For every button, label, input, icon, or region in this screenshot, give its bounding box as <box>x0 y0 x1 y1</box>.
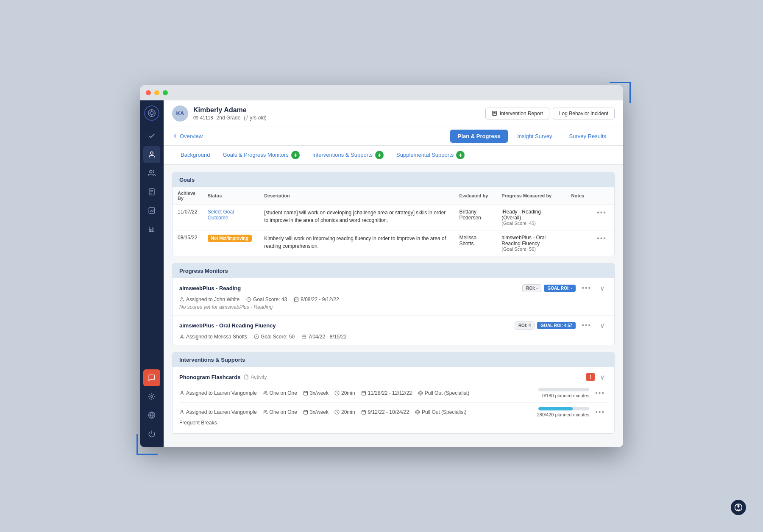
svg-point-1 <box>150 111 153 114</box>
tab-supplemental[interactable]: Supplemental Supports + <box>396 146 465 164</box>
sidebar-item-check[interactable] <box>143 127 160 144</box>
sidebar-item-student[interactable] <box>143 146 160 163</box>
col-status: Status <box>203 187 259 205</box>
pm-1-chevron[interactable]: ∨ <box>597 283 607 293</box>
plan-tabs: Plan & Progress Insight Survey Survey Re… <box>449 127 615 145</box>
pm-2-date-range: 7/04/22 - 8/15/22 <box>301 334 347 340</box>
age-label: (7 yrs old) <box>244 115 266 121</box>
intervention-sub-1-meta: Assigned to Lauren Vangomple One on One … <box>179 390 469 396</box>
pm-2-badges: ROI: 4 GOAL ROI: 4.57 <box>515 321 576 330</box>
avatar: KA <box>172 105 188 122</box>
pm-2-chevron[interactable]: ∨ <box>597 321 607 330</box>
pm-2-menu[interactable]: ••• <box>579 321 594 330</box>
goal-2-progress-meas: aimswebPlus - Oral Reading Fluency (Goal… <box>501 235 561 252</box>
student-meta: 41118 2nd Grade (7 yrs old) <box>193 115 485 121</box>
svg-point-6 <box>150 152 153 154</box>
pm-1-menu[interactable]: ••• <box>579 283 594 293</box>
goals-section: Goals AchieveBy Status Description Evalu… <box>172 172 615 256</box>
pm-2-roi-badge: ROI: 4 <box>515 321 535 330</box>
svg-rect-40 <box>302 335 306 339</box>
pm-1-badges: ROI: - GOAL ROI: - <box>522 284 576 292</box>
top-header: KA Kimberly Adame 41118 2nd Grade (7 yrs… <box>164 100 623 127</box>
student-name: Kimberly Adame <box>193 106 485 114</box>
sidebar-item-analytics[interactable] <box>143 221 160 238</box>
activity-link[interactable]: Activity <box>244 374 267 380</box>
goal-1-date: 11/07/22 <box>178 209 198 215</box>
svg-rect-64 <box>362 410 365 414</box>
sidebar-item-power[interactable] <box>143 425 160 442</box>
col-progress-measured: Progress Measured by <box>496 187 566 205</box>
secondary-nav: Overview Plan & Progress Insight Survey … <box>164 127 623 146</box>
pm-2-goal-score: Goal Score: 50 <box>254 334 295 340</box>
goal-1-progress-meas: iReady - Reading (Overall) (Goal Score: … <box>501 209 561 226</box>
col-actions <box>589 187 614 205</box>
sub-1-menu[interactable]: ••• <box>593 388 607 398</box>
sub-1-location: Pull Out (Specialist) <box>418 390 469 396</box>
tab-insight-survey[interactable]: Insight Survey <box>510 130 560 143</box>
col-achieve-by: AchieveBy <box>173 187 203 205</box>
intervention-1-title: Phonogram Flashcards <box>179 374 240 380</box>
sub-2-date-range: 9/12/22 - 10/24/22 <box>361 409 409 415</box>
sub-1-date-range: 11/28/22 - 12/12/22 <box>361 390 412 396</box>
sidebar-item-document[interactable] <box>143 183 160 200</box>
add-goal-button[interactable]: + <box>291 151 300 159</box>
sub-1-progress: 0/180 planned minutes <box>538 388 589 398</box>
sub-2-frequency: 3x/week <box>303 409 329 415</box>
svg-rect-32 <box>295 298 298 302</box>
tab-survey-results[interactable]: Survey Results <box>562 130 614 143</box>
goal-1-menu[interactable]: ••• <box>594 208 609 217</box>
sub-2-grouping: One on One <box>263 409 297 415</box>
sidebar-item-globe[interactable] <box>143 407 160 424</box>
close-dot[interactable] <box>146 90 151 95</box>
sub-2-menu[interactable]: ••• <box>593 407 607 417</box>
log-behavior-button[interactable]: Log Behavior Incident <box>553 108 615 119</box>
tab-goals-progress[interactable]: Goals & Progress Monitors + <box>223 146 299 164</box>
pm-1-assigned: Assigned to John White <box>179 296 239 302</box>
tab-plan-progress[interactable]: Plan & Progress <box>450 130 508 143</box>
app-logo[interactable] <box>144 105 159 121</box>
intervention-sub-2-meta: Assigned to Lauren Vangomple One on One … <box>179 409 466 415</box>
sidebar-item-settings[interactable] <box>143 388 160 405</box>
tab-interventions[interactable]: Interventions & Supports + <box>312 146 384 164</box>
intervention-item-1: Phonogram Flashcards Activity ! ∨ <box>173 367 614 433</box>
sidebar-item-messages[interactable] <box>143 369 160 386</box>
goal-2-status: Not Met/Improving <box>208 235 252 242</box>
intervention-report-button[interactable]: Intervention Report <box>485 108 549 119</box>
progress-monitors-section: Progress Monitors aimswebPlus - Reading … <box>172 263 615 345</box>
back-to-overview-link[interactable]: Overview <box>172 128 203 144</box>
svg-point-36 <box>181 335 183 336</box>
col-evaluated-by: Evaluated by <box>454 187 496 205</box>
svg-point-28 <box>181 297 183 299</box>
title-bar <box>140 85 623 100</box>
sub-2-duration: 20min <box>334 409 355 415</box>
goal-row-1: 11/07/22 Select Goal Outcome [student na… <box>173 204 614 230</box>
minimize-dot[interactable] <box>154 90 159 95</box>
col-description: Description <box>259 187 454 205</box>
goal-2-evaluator: Melissa Shotts <box>459 235 476 247</box>
maximize-dot[interactable] <box>163 90 168 95</box>
pm-1-roi-badge: ROI: - <box>522 284 541 292</box>
pm-2-goal-roi-badge: GOAL ROI: 4.57 <box>537 322 576 329</box>
grade-label: 2nd Grade <box>217 115 241 121</box>
goals-section-header: Goals <box>173 172 614 187</box>
svg-point-58 <box>264 410 265 412</box>
svg-point-44 <box>181 391 183 393</box>
svg-rect-46 <box>304 391 307 395</box>
tab-background[interactable]: Background <box>181 147 210 163</box>
goal-2-menu[interactable]: ••• <box>594 234 609 243</box>
sub-1-grouping: One on One <box>263 390 297 396</box>
sidebar-item-chart[interactable] <box>143 202 160 219</box>
col-notes: Notes <box>566 187 590 205</box>
interventions-section-header: Interventions & Supports <box>173 352 614 367</box>
svg-rect-16 <box>152 228 153 232</box>
goal-1-status[interactable]: Select Goal Outcome <box>208 209 234 221</box>
goal-2-description: Kimberly will work on improving reading … <box>264 236 446 249</box>
intervention-1-chevron[interactable]: ∨ <box>597 372 607 382</box>
goal-row-2: 08/15/22 Not Met/Improving Kimberly will… <box>173 230 614 256</box>
add-intervention-button[interactable]: + <box>375 151 384 159</box>
add-supplemental-button[interactable]: + <box>456 151 465 159</box>
goal-1-description: [student name] will work on developing [… <box>264 210 446 223</box>
sidebar-item-group[interactable] <box>143 165 160 182</box>
frequent-breaks-label: Frequent Breaks <box>179 420 607 426</box>
sub-2-assigned: Assigned to Lauren Vangomple <box>179 409 257 415</box>
